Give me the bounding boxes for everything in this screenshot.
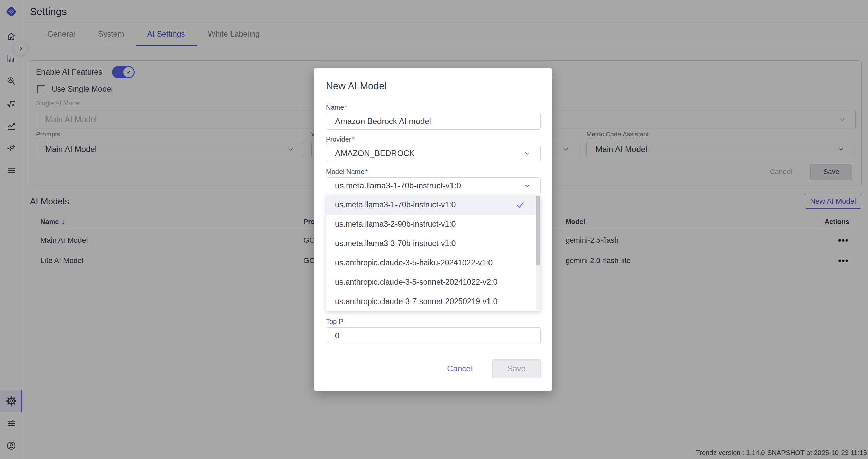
dialog-title: New AI Model bbox=[326, 80, 387, 92]
model-name-select[interactable]: us.meta.llama3-1-70b-instruct-v1:0 bbox=[326, 177, 541, 194]
top-p-input[interactable] bbox=[326, 327, 541, 344]
dropdown-option[interactable]: us.meta.llama3-3-70b-instruct-v1:0 bbox=[326, 234, 540, 253]
dropdown-option[interactable]: us.meta.llama3-2-90b-instruct-v1:0 bbox=[326, 215, 540, 234]
scrollbar-thumb[interactable] bbox=[536, 196, 540, 265]
dropdown-option[interactable]: us.anthropic.claude-3-7-sonnet-20250219-… bbox=[326, 292, 540, 311]
dropdown-option[interactable]: us.meta.llama3-1-70b-instruct-v1:0 bbox=[326, 195, 540, 215]
dropdown-option[interactable]: us.anthropic.claude-3-5-haiku-20241022-v… bbox=[326, 253, 540, 273]
provider-select[interactable]: AMAZON_BEDROCK bbox=[326, 145, 541, 162]
dropdown-option[interactable]: us.anthropic.claude-3-5-sonnet-20241022-… bbox=[326, 273, 540, 292]
name-input[interactable] bbox=[326, 113, 541, 130]
chevron-down-icon bbox=[523, 150, 531, 157]
model-name-dropdown: us.meta.llama3-1-70b-instruct-v1:0 us.me… bbox=[326, 195, 541, 311]
new-ai-model-dialog: New AI Model Name* Provider* AMAZON_BEDR… bbox=[314, 68, 552, 391]
dropdown-scrollbar bbox=[536, 196, 540, 310]
model-name-field-label: Model Name* bbox=[326, 168, 368, 176]
top-p-field-label: Top P bbox=[326, 318, 343, 326]
name-field-label: Name* bbox=[326, 104, 347, 111]
required-asterisk: * bbox=[365, 168, 368, 176]
dialog-cancel-button[interactable]: Cancel bbox=[439, 359, 481, 378]
required-asterisk: * bbox=[345, 104, 347, 111]
provider-field-label: Provider* bbox=[326, 135, 354, 143]
chevron-down-icon bbox=[523, 182, 531, 189]
required-asterisk: * bbox=[352, 135, 354, 143]
dialog-save-button[interactable]: Save bbox=[492, 359, 541, 378]
selected-check-icon bbox=[515, 200, 525, 210]
